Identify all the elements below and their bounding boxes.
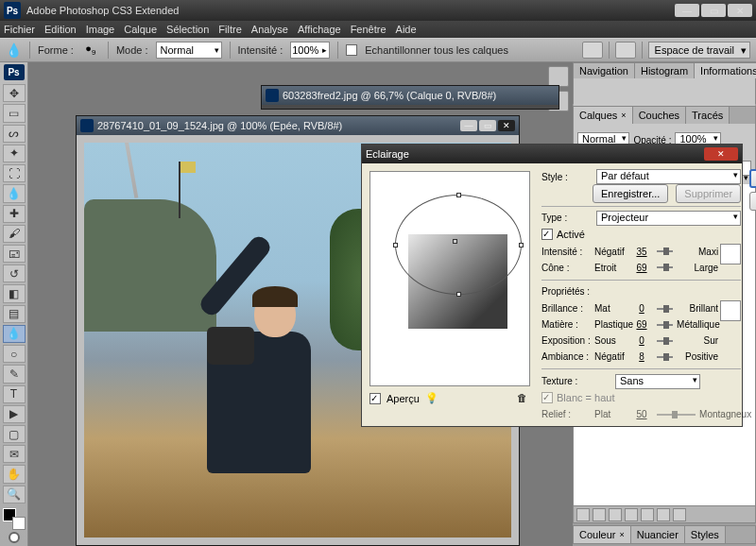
close-icon[interactable]: × xyxy=(621,111,626,120)
quick-mask-toggle[interactable] xyxy=(3,530,26,546)
tool-history-brush[interactable]: ↺ xyxy=(3,264,26,282)
tool-lasso[interactable]: ᔕ xyxy=(3,125,26,143)
light-center-handle[interactable] xyxy=(453,239,457,244)
exposure-value[interactable]: 0 xyxy=(630,335,653,346)
go-to-bridge-icon[interactable] xyxy=(582,42,603,59)
menu-analyse[interactable]: Analyse xyxy=(251,24,288,35)
save-style-button[interactable]: Enregistrer... xyxy=(593,184,668,203)
exposure-slider[interactable] xyxy=(657,340,673,342)
background-color-icon[interactable] xyxy=(12,517,26,530)
light-type-dropdown[interactable]: Projecteur xyxy=(596,211,741,226)
handle-left[interactable] xyxy=(393,243,398,247)
cancel-button[interactable]: Annuler xyxy=(749,192,756,211)
trash-icon[interactable] xyxy=(673,508,686,521)
menu-fenetre[interactable]: Fenêtre xyxy=(351,24,387,35)
handle-bottom[interactable] xyxy=(456,292,461,297)
light-ellipse-handle[interactable] xyxy=(395,195,522,295)
adjustment-icon[interactable] xyxy=(625,508,638,521)
fx-icon[interactable] xyxy=(593,508,606,521)
close-icon[interactable]: × xyxy=(620,530,625,539)
tool-stamp[interactable]: 🖃 xyxy=(3,245,26,263)
tab-couches[interactable]: Couches xyxy=(633,107,686,124)
dock-brushes-icon[interactable] xyxy=(548,66,569,87)
tab-styles[interactable]: Styles xyxy=(685,526,726,543)
tool-crop[interactable]: ⛶ xyxy=(3,164,26,182)
tool-eraser[interactable]: ◧ xyxy=(3,284,26,302)
doc-minimize-button[interactable]: — xyxy=(460,120,477,131)
tab-traces[interactable]: Tracés xyxy=(686,107,730,124)
brush-preview-icon[interactable]: ●9 xyxy=(81,43,100,57)
screen-mode-icon[interactable] xyxy=(615,42,636,59)
ambience-slider[interactable] xyxy=(657,356,673,358)
tab-informations[interactable]: Informations× xyxy=(695,63,756,78)
texture-dropdown[interactable]: Sans xyxy=(615,374,700,389)
tool-eyedropper[interactable]: 💧 xyxy=(3,184,26,202)
tool-shape[interactable]: ▢ xyxy=(3,425,26,443)
tab-couleur[interactable]: Couleur× xyxy=(574,526,631,543)
preview-checkbox[interactable] xyxy=(369,393,381,404)
tool-wand[interactable]: ✦ xyxy=(3,145,26,162)
material-slider[interactable] xyxy=(657,324,673,326)
close-button[interactable]: ✕ xyxy=(728,4,752,17)
style-dropdown[interactable]: Par défaut xyxy=(596,169,741,184)
tool-marquee[interactable]: ▭ xyxy=(3,104,26,122)
color-swatches[interactable] xyxy=(3,508,26,530)
tab-calques[interactable]: Calques× xyxy=(574,107,633,124)
light-color-swatch[interactable] xyxy=(720,244,741,264)
tab-nuancier[interactable]: Nuancier xyxy=(631,526,685,543)
handle-right[interactable] xyxy=(519,243,524,247)
lighting-preview[interactable] xyxy=(369,171,530,386)
sample-all-layers-checkbox[interactable] xyxy=(346,44,357,56)
tool-zoom[interactable]: 🔍 xyxy=(3,486,26,503)
tool-blur[interactable]: 💧 xyxy=(3,325,26,343)
ambient-color-swatch[interactable] xyxy=(720,300,741,321)
material-value[interactable]: 69 xyxy=(630,319,653,330)
tool-move[interactable]: ✥ xyxy=(3,84,26,102)
dialog-titlebar[interactable]: Eclairage ✕ xyxy=(362,145,742,163)
tool-dodge[interactable]: ○ xyxy=(3,345,26,363)
delete-style-button[interactable]: Supprimer xyxy=(676,184,741,203)
intensity-input[interactable]: 100% xyxy=(290,42,330,59)
gloss-value[interactable]: 0 xyxy=(630,303,653,314)
doc-maximize-button[interactable]: ▭ xyxy=(479,120,496,131)
ok-button[interactable]: OK xyxy=(749,169,756,188)
tool-type[interactable]: T xyxy=(3,385,26,403)
document-window-back[interactable]: 603283fred2.jpg @ 66,7% (Calque 0, RVB/8… xyxy=(261,85,559,110)
active-checkbox[interactable] xyxy=(541,229,553,240)
doc-close-button[interactable]: ✕ xyxy=(498,120,515,131)
tool-path-select[interactable]: ▶ xyxy=(3,405,26,423)
tool-pen[interactable]: ✎ xyxy=(3,365,26,383)
handle-top[interactable] xyxy=(456,193,461,197)
menu-image[interactable]: Image xyxy=(86,24,115,35)
tool-brush[interactable]: 🖌 xyxy=(3,225,26,243)
tool-healing[interactable]: ✚ xyxy=(3,205,26,223)
tool-hand[interactable]: ✋ xyxy=(3,465,26,483)
gloss-slider[interactable] xyxy=(657,308,673,310)
menu-fichier[interactable]: Fichier xyxy=(4,24,35,35)
new-light-icon[interactable]: 💡 xyxy=(425,392,438,405)
mask-icon[interactable] xyxy=(609,508,622,521)
intensity-value[interactable]: 35 xyxy=(630,247,653,257)
menu-calque[interactable]: Calque xyxy=(124,24,157,35)
menu-edition[interactable]: Edition xyxy=(44,24,77,35)
tab-histogram[interactable]: Histogram xyxy=(635,63,695,78)
delete-light-icon[interactable]: 🗑 xyxy=(517,392,530,405)
tool-preset-icon[interactable]: 💧 xyxy=(6,43,22,58)
menu-affichage[interactable]: Affichage xyxy=(298,24,341,35)
new-layer-icon[interactable] xyxy=(657,508,670,521)
menu-aide[interactable]: Aide xyxy=(396,24,417,35)
tool-gradient[interactable]: ▤ xyxy=(3,305,26,323)
menu-filtre[interactable]: Filtre xyxy=(218,24,241,35)
tool-notes[interactable]: ✉ xyxy=(3,445,26,463)
cone-slider[interactable] xyxy=(657,266,673,268)
cone-value[interactable]: 69 xyxy=(630,263,653,273)
link-layers-icon[interactable] xyxy=(576,508,590,521)
intensity-slider[interactable] xyxy=(657,250,673,252)
workspace-dropdown[interactable]: Espace de travail xyxy=(648,42,750,59)
white-high-checkbox[interactable] xyxy=(541,392,553,403)
menu-selection[interactable]: Sélection xyxy=(166,24,209,35)
blend-mode-dropdown[interactable]: Normal xyxy=(156,42,222,59)
tab-navigation[interactable]: Navigation xyxy=(574,63,635,78)
group-icon[interactable] xyxy=(641,508,654,521)
maximize-button[interactable]: ▭ xyxy=(701,4,726,17)
